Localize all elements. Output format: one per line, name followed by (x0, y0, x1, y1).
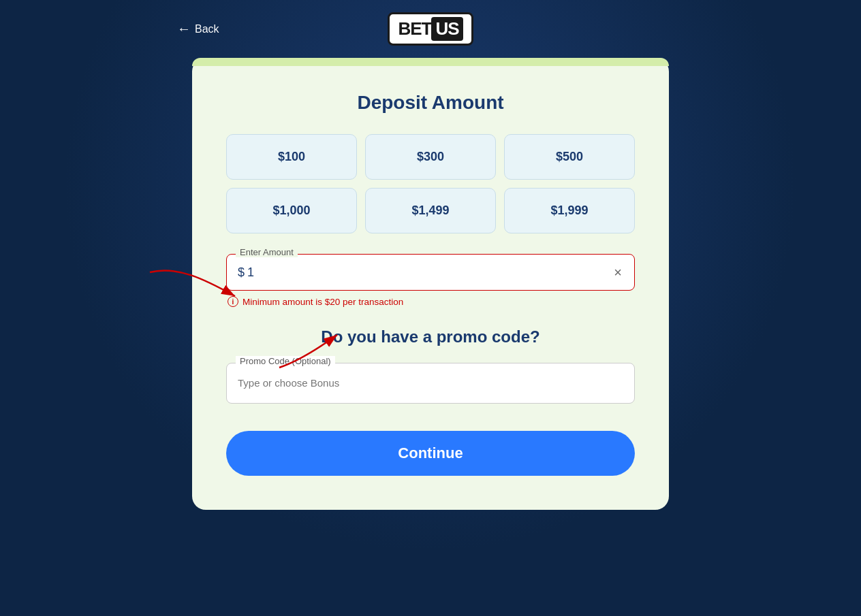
amount-btn-500[interactable]: $500 (504, 134, 635, 180)
currency-symbol: $ (238, 265, 245, 280)
amount-btn-1000[interactable]: $1,000 (226, 188, 357, 233)
amount-btn-100[interactable]: $100 (226, 134, 357, 180)
logo-bet-text: BET (398, 18, 431, 39)
promo-code-group: Promo Code (Optional) (226, 363, 635, 404)
logo-box: BET US (388, 12, 473, 46)
continue-button[interactable]: Continue (226, 431, 635, 476)
clear-button[interactable]: × (612, 264, 623, 280)
page-wrapper: ← Back BET US Deposit Amount $100 $300 $… (0, 0, 861, 616)
back-button[interactable]: ← Back (177, 21, 219, 37)
header: ← Back BET US (0, 0, 861, 58)
error-icon: i (228, 296, 238, 307)
enter-amount-label: Enter Amount (236, 247, 298, 257)
main-card: Deposit Amount $100 $300 $500 $1,000 $1,… (192, 58, 669, 510)
amount-btn-1999[interactable]: $1,999 (504, 188, 635, 233)
logo: BET US (388, 12, 473, 46)
promo-label: Promo Code (Optional) (236, 356, 335, 366)
deposit-title: Deposit Amount (357, 92, 503, 114)
amount-input-wrapper: $ × (226, 254, 635, 291)
back-arrow-icon: ← (177, 21, 191, 37)
amount-input[interactable] (247, 265, 612, 280)
amount-grid: $100 $300 $500 $1,000 $1,499 $1,999 (226, 134, 635, 233)
logo-us-text: US (431, 17, 463, 41)
promo-title: Do you have a promo code? (321, 327, 539, 346)
promo-input-wrapper (226, 363, 635, 404)
promo-input[interactable] (238, 377, 623, 389)
card-top-bar (192, 58, 669, 66)
amount-btn-300[interactable]: $300 (365, 134, 496, 180)
error-message-container: i Minimum amount is $20 per transaction (226, 296, 635, 307)
back-label: Back (195, 23, 219, 35)
amount-btn-1499[interactable]: $1,499 (365, 188, 496, 233)
error-text: Minimum amount is $20 per transaction (242, 297, 403, 307)
enter-amount-group: Enter Amount $ × (226, 254, 635, 291)
